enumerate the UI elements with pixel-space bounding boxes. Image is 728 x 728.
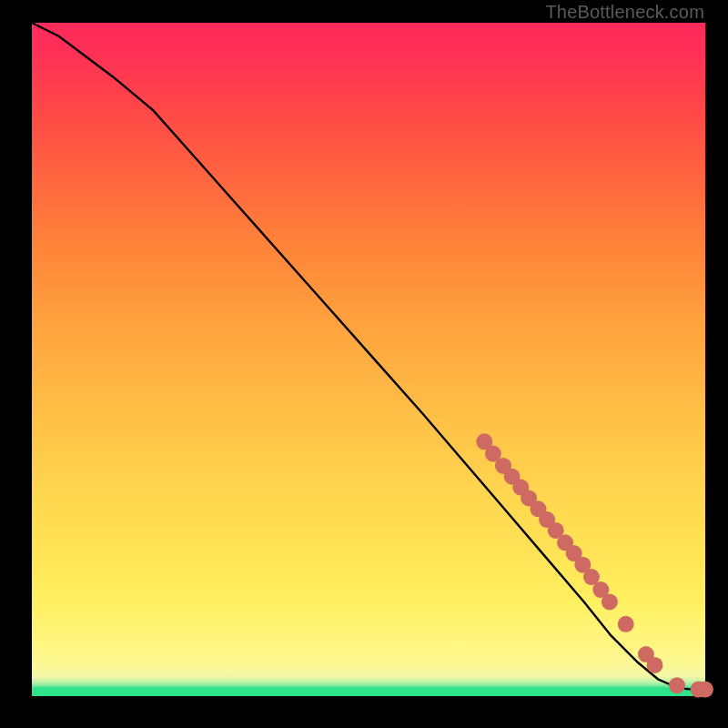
chart-svg: [32, 23, 705, 696]
data-point: [697, 682, 713, 698]
data-point: [669, 677, 685, 693]
data-point: [618, 616, 634, 632]
data-points: [476, 433, 713, 697]
data-point: [647, 657, 663, 673]
plot-area: [32, 23, 705, 696]
data-point: [602, 593, 618, 610]
chart-frame: TheBottleneck.com: [0, 0, 728, 728]
watermark-text: TheBottleneck.com: [545, 2, 704, 23]
